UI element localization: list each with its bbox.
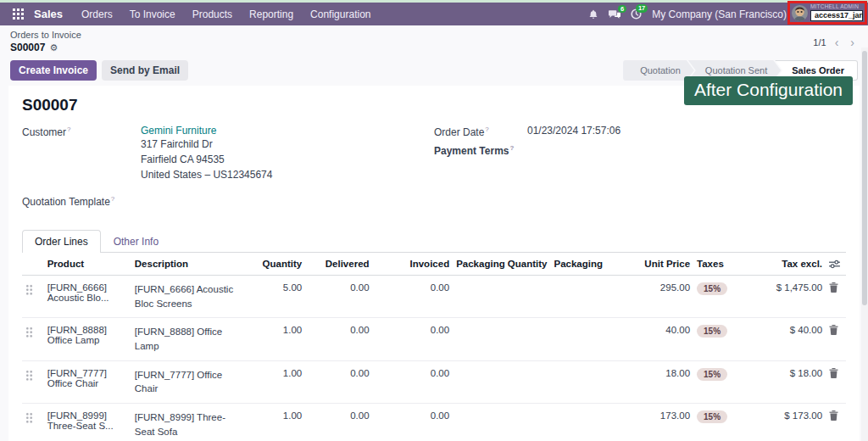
cell-packaging-quantity[interactable] (453, 318, 550, 360)
cell-quantity[interactable]: 5.00 (245, 276, 305, 318)
cell-delivered[interactable]: 0.00 (305, 404, 372, 441)
cell-subtotal: $ 1,475.00 (745, 276, 826, 318)
action-gear-icon[interactable]: ⚙ (49, 42, 58, 53)
col-delivered: Delivered (305, 253, 372, 276)
cell-product[interactable]: [FURN_7777] Office Chair (44, 360, 131, 403)
messages-badge: 6 (618, 5, 626, 14)
user-avatar[interactable] (792, 5, 808, 21)
cell-unit-price[interactable]: 173.00 (625, 404, 693, 441)
annotation-highlight-box: Mitchell Admin access17_jan23 (787, 1, 867, 25)
bell-icon[interactable] (588, 9, 598, 20)
order-lines-table: Product Description Quantity Delivered I… (22, 253, 846, 441)
cell-packaging-quantity[interactable] (453, 276, 550, 318)
cell-packaging[interactable] (551, 360, 625, 403)
optional-columns-icon[interactable] (826, 253, 846, 276)
create-invoice-button[interactable]: Create Invoice (10, 60, 97, 81)
cell-product[interactable]: [FURN_8999] Three-Seat S... (44, 404, 131, 441)
company-switcher[interactable]: My Company (San Francisco) (652, 8, 787, 20)
cell-quantity[interactable]: 1.00 (245, 360, 305, 403)
cell-packaging[interactable] (551, 276, 625, 318)
breadcrumb[interactable]: Orders to Invoice (10, 30, 81, 40)
delete-row-icon[interactable] (829, 410, 838, 421)
menu-reporting[interactable]: Reporting (242, 5, 300, 24)
tax-badge[interactable]: 15% (697, 282, 727, 295)
breadcrumb-current: S00007 (10, 42, 45, 53)
col-packaging-quantity: Packaging Quantity (453, 253, 550, 276)
col-taxes: Taxes (693, 253, 745, 276)
cell-invoiced[interactable]: 0.00 (373, 360, 453, 403)
menu-configuration[interactable]: Configuration (303, 5, 377, 24)
pager-next-icon[interactable]: › (847, 36, 858, 48)
cell-product[interactable]: [FURN_8888] Office Lamp (44, 318, 131, 360)
session-badge-text: access17_jan23 (815, 12, 863, 20)
top-navbar: Sales Orders To Invoice Products Reporti… (0, 3, 868, 25)
customer-link[interactable]: Gemini Furniture (141, 125, 216, 137)
delete-row-icon[interactable] (829, 368, 838, 378)
tab-other-info[interactable]: Other Info (101, 230, 171, 253)
cell-description[interactable]: [FURN_7777] Office Chair (131, 360, 245, 403)
table-row: [FURN_7777] Office Chair [FURN_7777] Off… (22, 360, 846, 403)
cell-subtotal: $ 18.00 (745, 360, 826, 403)
activities-clock-icon[interactable]: 17 (631, 8, 642, 20)
menu-products[interactable]: Products (186, 5, 239, 24)
payment-terms-label: Payment Terms? (434, 143, 527, 157)
cell-delivered[interactable]: 0.00 (305, 276, 372, 318)
cell-delivered[interactable]: 0.00 (305, 318, 372, 360)
pager-previous-icon[interactable]: ‹ (832, 36, 843, 48)
col-packaging: Packaging (551, 253, 625, 276)
table-row: [FURN_8999] Three-Seat S... [FURN_8999] … (22, 404, 846, 441)
messages-icon[interactable]: 6 (609, 9, 620, 20)
cell-packaging[interactable] (551, 404, 625, 441)
annotation-after-configuration: After Configuration (684, 76, 853, 105)
quotation-template-label: Quotation Template? (22, 194, 141, 208)
user-session-badge[interactable]: access17_jan23 (810, 10, 863, 21)
cell-invoiced[interactable]: 0.00 (373, 276, 453, 318)
cell-description[interactable]: [FURN_8999] Three-Seat Sofa Three Seater… (131, 404, 245, 441)
delete-row-icon[interactable] (829, 282, 838, 293)
cell-unit-price[interactable]: 40.00 (625, 318, 693, 360)
send-by-email-button[interactable]: Send by Email (102, 60, 188, 81)
cell-invoiced[interactable]: 0.00 (373, 318, 453, 360)
vertical-scrollbar[interactable] (861, 47, 868, 441)
delete-row-icon[interactable] (829, 325, 838, 335)
cell-subtotal: $ 173.00 (745, 404, 826, 441)
cell-invoiced[interactable]: 0.00 (373, 404, 453, 441)
table-row: [FURN_6666] Acoustic Blo... [FURN_6666] … (22, 276, 846, 318)
cell-packaging-quantity[interactable] (453, 404, 550, 441)
pager-count: 1/1 (813, 37, 826, 47)
table-row: [FURN_8888] Office Lamp [FURN_8888] Offi… (22, 318, 846, 360)
cell-description[interactable]: [FURN_8888] Office Lamp (131, 318, 245, 360)
menu-to-invoice[interactable]: To Invoice (123, 5, 182, 24)
tab-order-lines[interactable]: Order Lines (22, 230, 101, 253)
customer-address-line: United States – US12345674 (141, 167, 272, 182)
scrollbar-thumb[interactable] (862, 51, 867, 305)
tax-badge[interactable]: 15% (697, 325, 727, 338)
drag-handle-icon[interactable] (25, 370, 33, 381)
activities-badge: 17 (636, 4, 648, 13)
col-quantity: Quantity (245, 253, 305, 276)
order-date-value[interactable]: 01/23/2024 17:57:06 (527, 125, 620, 138)
apps-grid-icon[interactable] (8, 5, 27, 24)
cell-quantity[interactable]: 1.00 (245, 318, 305, 360)
app-name[interactable]: Sales (34, 8, 63, 20)
cell-unit-price[interactable]: 295.00 (625, 276, 693, 318)
col-product: Product (44, 253, 131, 276)
customer-address-line: 317 Fairchild Dr (141, 137, 272, 152)
col-invoiced: Invoiced (373, 253, 453, 276)
tax-badge[interactable]: 15% (697, 368, 727, 381)
cell-packaging-quantity[interactable] (453, 360, 550, 403)
cell-subtotal: $ 40.00 (745, 318, 826, 360)
cell-delivered[interactable]: 0.00 (305, 360, 372, 403)
menu-orders[interactable]: Orders (75, 5, 120, 24)
cell-unit-price[interactable]: 18.00 (625, 360, 693, 403)
cell-packaging[interactable] (551, 318, 625, 360)
drag-handle-icon[interactable] (25, 327, 33, 338)
tax-badge[interactable]: 15% (697, 410, 727, 423)
col-handle (22, 253, 44, 276)
drag-handle-icon[interactable] (25, 284, 33, 295)
cell-description[interactable]: [FURN_6666] Acoustic Bloc Screens (131, 276, 245, 318)
drag-handle-icon[interactable] (25, 412, 33, 423)
cell-product[interactable]: [FURN_6666] Acoustic Blo... (44, 276, 131, 318)
cell-quantity[interactable]: 1.00 (245, 404, 305, 441)
order-date-label: Order Date? (434, 125, 527, 138)
